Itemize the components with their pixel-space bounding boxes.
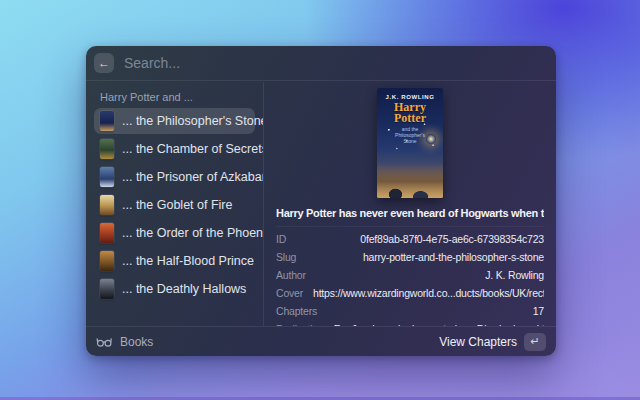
metadata-value: 17 <box>327 305 544 317</box>
book-title-label: ... the Goblet of Fire <box>122 198 232 212</box>
list-item-book[interactable]: ... the Chamber of Secrets <box>94 136 255 162</box>
metadata-row: Cover https://www.wizardingworld.co...du… <box>276 284 544 302</box>
action-label: View Chapters <box>439 335 517 349</box>
list-item-book[interactable]: ... the Half-Blood Prince <box>94 248 255 274</box>
metadata-label: Chapters <box>276 305 317 317</box>
results-list: ... the Philosopher's Stone ... the Cham… <box>94 108 255 302</box>
book-title-label: ... the Deathly Hallows <box>122 282 246 296</box>
book-thumbnail <box>100 111 114 131</box>
cover-lantern-glow <box>426 134 436 144</box>
book-cover-image: J.K. ROWLING Harry Potter and the Philos… <box>377 88 443 198</box>
book-title-label: ... the Prisoner of Azkaban <box>122 170 264 184</box>
metadata-label: Cover <box>276 287 303 299</box>
book-thumbnail <box>100 279 114 299</box>
book-title-label: ... the Half-Blood Prince <box>122 254 254 268</box>
source-label: Books <box>120 335 153 349</box>
metadata-value: 0fef89ab-87f0-4e75-ae6c-67398354c723 <box>296 233 544 245</box>
book-thumbnail <box>100 195 114 215</box>
detail-panel: J.K. ROWLING Harry Potter and the Philos… <box>264 82 556 326</box>
metadata-value: J. K. Rowling <box>316 269 544 281</box>
metadata-table: ID 0fef89ab-87f0-4e75-ae6c-67398354c723 … <box>276 226 544 326</box>
footer-bar: Books View Chapters ↵ <box>86 326 556 356</box>
back-button[interactable]: ← <box>94 53 114 73</box>
metadata-label: ID <box>276 233 286 245</box>
list-item-book[interactable]: ... the Prisoner of Azkaban <box>94 164 255 190</box>
search-bar: ← Search... <box>86 46 556 81</box>
book-title-label: ... the Chamber of Secrets <box>122 142 264 156</box>
book-thumbnail <box>100 223 114 243</box>
section-title: Harry Potter and ... <box>100 91 249 103</box>
results-sidebar: Harry Potter and ... ... the Philosopher… <box>86 82 264 326</box>
book-thumbnail <box>100 139 114 159</box>
metadata-value: https://www.wizardingworld.co...ducts/bo… <box>313 287 544 299</box>
search-input[interactable]: Search... <box>124 55 548 71</box>
metadata-row: Chapters 17 <box>276 302 544 320</box>
metadata-row: ID 0fef89ab-87f0-4e75-ae6c-67398354c723 <box>276 230 544 248</box>
book-thumbnail <box>100 167 114 187</box>
list-item-book[interactable]: ... the Philosopher's Stone <box>94 108 255 134</box>
list-item-book[interactable]: ... the Deathly Hallows <box>94 276 255 302</box>
cover-title-text: Harry Potter <box>377 102 443 124</box>
metadata-row: Slug harry-potter-and-the-philosopher-s-… <box>276 248 544 266</box>
metadata-label: Author <box>276 269 306 281</box>
book-description: Harry Potter has never even heard of Hog… <box>276 207 544 219</box>
book-title-label: ... the Order of the Phoenix <box>122 226 264 240</box>
view-chapters-button[interactable]: View Chapters ↵ <box>439 333 546 351</box>
cover-subtitle-text: and the Philosopher's Stone <box>388 126 432 144</box>
metadata-value: harry-potter-and-the-philosopher-s-stone <box>306 251 544 263</box>
cover-scene-decoration <box>377 168 443 198</box>
back-arrow-icon: ← <box>98 56 110 70</box>
launcher-window: ← Search... Harry Potter and ... ... the… <box>86 46 556 356</box>
book-thumbnail <box>100 251 114 271</box>
book-title-label: ... the Philosopher's Stone <box>122 114 264 128</box>
books-extension-icon <box>96 335 113 348</box>
metadata-label: Slug <box>276 251 296 263</box>
enter-key-icon: ↵ <box>524 333 546 351</box>
list-item-book[interactable]: ... the Goblet of Fire <box>94 192 255 218</box>
list-item-book[interactable]: ... the Order of the Phoenix <box>94 220 255 246</box>
metadata-row: Author J. K. Rowling <box>276 266 544 284</box>
